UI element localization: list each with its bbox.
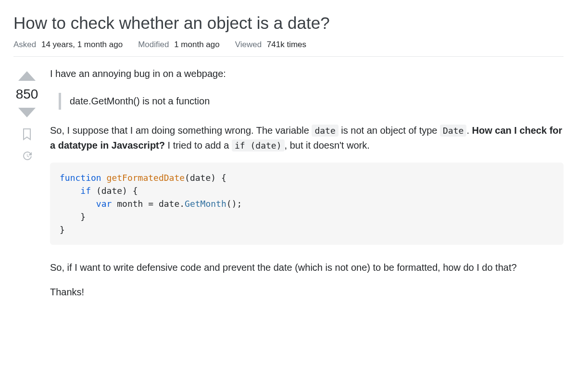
downvote-button[interactable]: [17, 107, 37, 120]
post-body: I have an annoying bug in on a webpage: …: [50, 66, 564, 309]
modified-meta: Modified 1 month ago: [138, 40, 220, 50]
inline-code-date: date: [312, 125, 338, 137]
modified-value: 1 month ago: [174, 40, 220, 49]
inline-code-ifdate: if (date): [232, 139, 285, 152]
upvote-button[interactable]: [17, 68, 37, 82]
history-icon[interactable]: [21, 150, 33, 164]
post-layout: 850 I have an annoying bug in on a webpa…: [13, 66, 564, 309]
paragraph-defensive: So, if I want to write defensive code an…: [50, 260, 564, 275]
asked-meta: Asked 14 years, 1 month ago: [13, 40, 123, 50]
question-meta: Asked 14 years, 1 month ago Modified 1 m…: [13, 40, 564, 57]
asked-label: Asked: [13, 40, 36, 49]
inline-code-date-type: Date: [440, 125, 466, 137]
viewed-label: Viewed: [235, 40, 262, 49]
error-quote: date.GetMonth() is not a function: [59, 93, 564, 110]
question-title: How to check whether an object is a date…: [13, 12, 564, 34]
bookmark-icon[interactable]: [22, 128, 32, 142]
modified-label: Modified: [138, 40, 169, 49]
paragraph-intro: I have an annoying bug in on a webpage:: [50, 66, 564, 81]
code-block: function getFormatedDate(date) { if (dat…: [50, 163, 564, 245]
paragraph-thanks: Thanks!: [50, 285, 564, 300]
viewed-value: 741k times: [267, 40, 306, 49]
paragraph-explain: So, I suppose that I am doing something …: [50, 123, 564, 153]
vote-count: 850: [16, 85, 38, 104]
asked-value: 14 years, 1 month ago: [41, 40, 123, 49]
error-text: date.GetMonth() is not a function: [70, 96, 210, 106]
vote-cell: 850: [13, 66, 40, 309]
viewed-meta: Viewed 741k times: [235, 40, 306, 50]
